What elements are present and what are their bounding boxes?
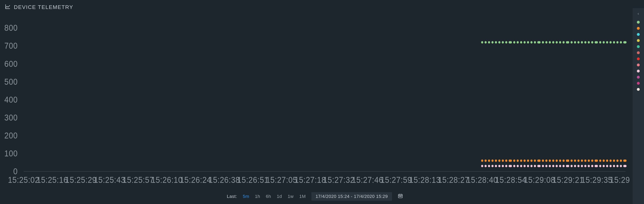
svg-text:15:26:51: 15:26:51	[237, 175, 269, 185]
svg-point-96	[538, 159, 540, 162]
svg-point-44	[520, 41, 522, 44]
calendar-icon[interactable]	[398, 193, 403, 200]
svg-text:15:26:24: 15:26:24	[180, 175, 212, 185]
svg-point-89	[517, 159, 519, 162]
svg-text:15:25:57: 15:25:57	[123, 175, 154, 185]
svg-point-71	[606, 41, 608, 44]
svg-point-61	[574, 41, 576, 44]
legend-swatch-5[interactable]	[637, 51, 640, 54]
svg-text:15:29:48: 15:29:48	[610, 175, 630, 185]
time-option-1d[interactable]: 1d	[277, 194, 282, 199]
legend-swatch-6[interactable]	[637, 57, 640, 60]
svg-point-124	[481, 165, 483, 167]
svg-point-157	[588, 165, 590, 167]
svg-point-160	[596, 165, 598, 167]
svg-point-135	[517, 165, 519, 167]
legend-swatch-4[interactable]	[637, 45, 640, 48]
svg-point-32	[481, 41, 483, 44]
time-range-display[interactable]: 17/4/2020 15:24 - 17/4/2020 15:29	[312, 192, 392, 201]
legend-collapse-button[interactable]	[636, 11, 641, 17]
svg-point-152	[570, 165, 572, 167]
svg-point-97	[542, 159, 544, 162]
legend-swatch-1[interactable]	[637, 27, 640, 30]
svg-point-43	[517, 41, 519, 44]
svg-point-46	[527, 41, 529, 44]
svg-point-169	[624, 165, 626, 167]
time-range-label: Last:	[227, 194, 237, 199]
svg-point-161	[599, 165, 601, 167]
svg-point-174	[399, 196, 400, 197]
svg-point-92	[527, 159, 529, 162]
svg-point-176	[401, 196, 402, 197]
svg-point-81	[491, 159, 494, 162]
svg-point-63	[581, 41, 583, 44]
svg-point-62	[578, 41, 580, 44]
svg-point-59	[567, 41, 569, 44]
svg-point-106	[570, 159, 572, 162]
svg-text:15:28:40: 15:28:40	[466, 175, 498, 185]
svg-point-94	[534, 159, 536, 162]
svg-text:600: 600	[4, 59, 18, 68]
svg-text:15:26:10: 15:26:10	[151, 175, 183, 185]
svg-point-149	[562, 165, 564, 167]
svg-text:100: 100	[4, 149, 18, 158]
svg-point-75	[620, 41, 622, 44]
time-option-1w[interactable]: 1w	[288, 194, 294, 199]
svg-point-91	[524, 159, 526, 162]
svg-point-133	[510, 165, 512, 167]
svg-point-144	[545, 165, 547, 167]
svg-point-109	[581, 159, 583, 162]
svg-text:15:28:54: 15:28:54	[495, 175, 527, 185]
svg-point-134	[513, 165, 515, 167]
svg-text:15:25:29: 15:25:29	[65, 175, 97, 185]
svg-point-33	[485, 41, 487, 44]
legend-swatch-0[interactable]	[637, 21, 640, 24]
legend-swatch-11[interactable]	[637, 88, 640, 91]
telemetry-panel: DEVICE TELEMETRY 01002003004005006007008…	[0, 0, 644, 204]
svg-text:500: 500	[4, 77, 18, 87]
svg-point-41	[510, 41, 512, 44]
svg-point-50	[538, 41, 540, 44]
svg-point-55	[556, 41, 558, 44]
svg-point-155	[581, 165, 583, 167]
svg-point-77	[624, 41, 626, 44]
svg-point-163	[606, 165, 608, 167]
time-option-5m[interactable]: 5m	[243, 194, 249, 199]
svg-point-52	[545, 41, 547, 44]
svg-point-88	[513, 159, 515, 162]
svg-point-153	[574, 165, 576, 167]
svg-point-37	[498, 41, 500, 44]
svg-point-131	[505, 165, 507, 167]
legend-swatch-7[interactable]	[637, 64, 640, 66]
svg-point-139	[530, 165, 532, 167]
svg-point-146	[552, 165, 554, 167]
svg-point-53	[549, 41, 551, 44]
svg-point-126	[488, 165, 490, 167]
svg-point-116	[602, 159, 604, 162]
svg-point-156	[584, 165, 586, 167]
svg-point-143	[542, 165, 544, 167]
svg-point-64	[584, 41, 586, 44]
legend-swatch-2[interactable]	[637, 33, 640, 36]
svg-point-119	[613, 159, 615, 162]
svg-point-84	[502, 159, 504, 162]
svg-point-166	[616, 165, 618, 167]
telemetry-chart[interactable]: 010020030040050060070080015:25:0215:25:1…	[2, 14, 630, 186]
svg-text:15:29:08: 15:29:08	[524, 175, 555, 185]
legend-swatch-9[interactable]	[637, 76, 640, 79]
svg-point-66	[591, 41, 593, 44]
time-option-1h[interactable]: 1h	[255, 194, 260, 199]
legend-swatch-3[interactable]	[637, 39, 640, 42]
svg-text:15:25:43: 15:25:43	[94, 175, 125, 185]
series-series-2	[481, 159, 627, 162]
time-option-1M[interactable]: 1M	[299, 194, 306, 199]
svg-point-118	[610, 159, 612, 162]
svg-text:15:25:16: 15:25:16	[36, 175, 68, 185]
legend-swatch-8[interactable]	[637, 70, 640, 73]
time-option-6h[interactable]: 6h	[266, 194, 271, 199]
series-series-1	[481, 41, 627, 44]
svg-point-79	[485, 159, 487, 162]
svg-point-107	[574, 159, 576, 162]
legend-swatch-10[interactable]	[637, 82, 640, 85]
svg-point-87	[510, 159, 512, 162]
